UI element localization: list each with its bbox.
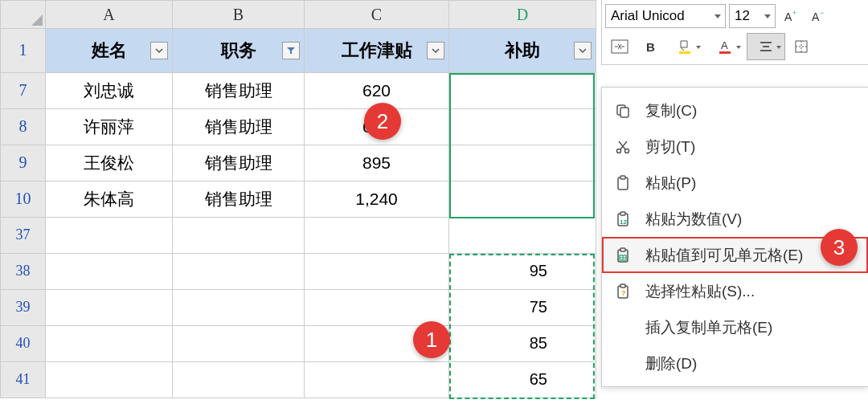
cell[interactable]: 朱体高 [46, 181, 173, 218]
cell[interactable] [173, 218, 305, 254]
col-header-D[interactable]: D [449, 0, 596, 29]
filter-dropdown-icon[interactable] [427, 42, 444, 59]
svg-rect-15 [620, 176, 625, 179]
cell[interactable] [46, 254, 173, 290]
clipboard-grid-icon [613, 246, 633, 265]
cell[interactable]: 刘忠诚 [46, 73, 173, 109]
svg-text:12: 12 [620, 218, 627, 226]
cell[interactable]: 销售助理 [173, 109, 305, 145]
merge-cells-icon[interactable] [605, 33, 634, 60]
cell[interactable]: 895 [305, 145, 449, 181]
menu-insert-copied[interactable]: 插入复制单元格(E) [602, 309, 868, 345]
cell[interactable]: 65 [449, 362, 596, 398]
menu-label: 粘贴为数值(V) [645, 209, 742, 230]
menu-cut[interactable]: 剪切(T) [602, 128, 868, 165]
row-header[interactable]: 38 [0, 254, 46, 290]
clipboard-question-icon: ? [613, 282, 633, 301]
svg-text:A: A [784, 10, 792, 23]
cell[interactable]: 85 [449, 326, 596, 362]
cell[interactable] [46, 362, 173, 398]
clipboard-number-icon: 12 [613, 210, 633, 229]
cell[interactable] [449, 181, 596, 218]
row-header[interactable]: 7 [0, 73, 46, 109]
menu-copy[interactable]: 复制(C) [602, 92, 868, 128]
increase-font-icon[interactable]: A+ [779, 4, 803, 28]
callout-1: 1 [413, 321, 450, 358]
callout-2: 2 [364, 103, 401, 140]
svg-rect-23 [620, 284, 625, 288]
cell[interactable] [173, 290, 305, 326]
font-size-select[interactable]: 12 [729, 4, 776, 28]
menu-label: 复制(C) [645, 100, 697, 121]
decrease-font-icon[interactable]: A− [806, 4, 830, 28]
menu-delete[interactable]: 删除(D) [602, 345, 868, 381]
cell[interactable] [46, 326, 173, 362]
cell[interactable] [46, 290, 173, 326]
row-header[interactable]: 10 [0, 181, 46, 218]
svg-rect-11 [620, 108, 628, 117]
cell[interactable] [449, 145, 596, 181]
row-header[interactable]: 40 [0, 326, 46, 362]
bold-button[interactable]: B [636, 33, 665, 60]
clipboard-value: 85 [530, 334, 547, 352]
row-header[interactable]: 39 [0, 290, 46, 326]
col-header-B[interactable]: B [173, 0, 305, 29]
cell[interactable] [305, 362, 449, 398]
menu-label: 粘贴值到可见单元格(E) [645, 245, 803, 266]
cell[interactable] [305, 218, 449, 254]
font-family-select[interactable]: Arial Unicod [605, 4, 726, 28]
cell[interactable]: 95 [449, 254, 596, 290]
clipboard-icon [613, 173, 633, 193]
header-label: 补助 [505, 40, 540, 60]
cell[interactable] [173, 326, 305, 362]
cell[interactable]: 1,240 [305, 181, 449, 218]
header-label: 工作津贴 [342, 40, 412, 60]
menu-paste[interactable]: 粘贴(P) [602, 165, 868, 201]
row-header-1[interactable]: 1 [0, 29, 46, 73]
menu-paste-special[interactable]: ? 选择性粘贴(S)... [602, 273, 868, 309]
svg-point-12 [617, 149, 621, 153]
cell[interactable]: 75 [449, 290, 596, 326]
cell[interactable] [305, 290, 449, 326]
scissors-icon [613, 137, 633, 157]
cell[interactable] [449, 73, 596, 109]
svg-rect-9 [796, 41, 807, 52]
clipboard-value: 95 [530, 262, 547, 279]
filter-dropdown-icon[interactable] [150, 42, 168, 59]
cell[interactable]: 销售助理 [173, 181, 305, 218]
cell[interactable]: 王俊松 [46, 145, 173, 181]
cell[interactable] [173, 362, 305, 398]
svg-text:+: + [792, 9, 796, 17]
callout-3: 3 [821, 229, 858, 266]
header-position[interactable]: 职务 [173, 29, 305, 73]
filter-dropdown-icon[interactable] [574, 42, 592, 59]
cell[interactable] [305, 254, 449, 290]
filter-active-icon[interactable] [282, 42, 300, 59]
select-all-corner[interactable] [0, 0, 46, 29]
cell[interactable] [449, 109, 596, 145]
header-name[interactable]: 姓名 [46, 29, 173, 73]
row-header[interactable]: 8 [0, 109, 46, 145]
font-color-dropdown[interactable]: A [706, 33, 745, 60]
fill-color-dropdown[interactable] [666, 33, 705, 60]
row-header[interactable]: 9 [0, 145, 46, 181]
clipboard-value: 75 [530, 298, 547, 316]
svg-rect-20 [620, 248, 625, 251]
cell[interactable]: 销售助理 [173, 73, 305, 109]
svg-rect-8 [719, 51, 731, 54]
borders-button[interactable] [787, 33, 816, 60]
cell[interactable] [46, 218, 173, 254]
row-header[interactable]: 41 [0, 362, 46, 398]
cell[interactable]: 销售助理 [173, 145, 305, 181]
header-allowance[interactable]: 工作津贴 [305, 29, 449, 73]
row-header[interactable]: 37 [0, 218, 46, 254]
col-header-A[interactable]: A [46, 0, 173, 29]
col-header-C[interactable]: C [305, 0, 449, 29]
alignment-dropdown[interactable] [747, 33, 785, 60]
cell[interactable] [449, 218, 596, 254]
menu-label: 选择性粘贴(S)... [645, 281, 755, 302]
header-subsidy[interactable]: 补助 [449, 29, 596, 73]
spreadsheet-grid: A B C D 1 姓名 职务 工作津贴 补助 [0, 0, 596, 398]
cell[interactable]: 许丽萍 [46, 109, 173, 145]
cell[interactable] [173, 254, 305, 290]
